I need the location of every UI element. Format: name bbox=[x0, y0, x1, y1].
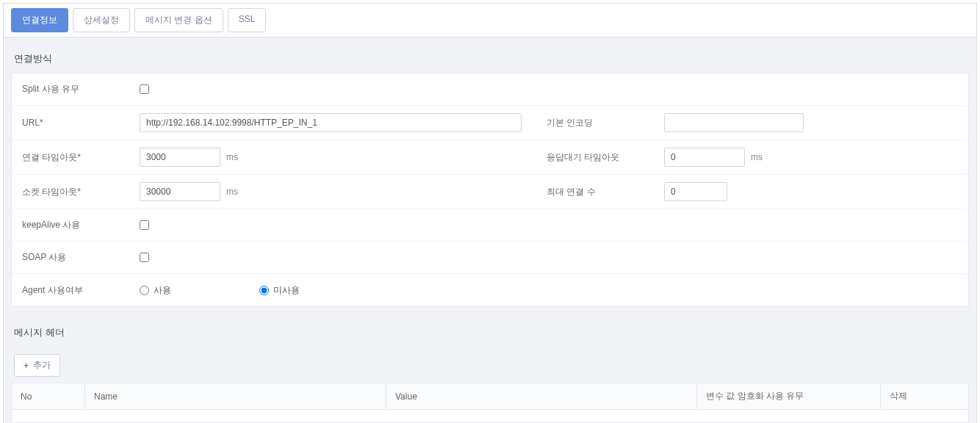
add-button[interactable]: + 추가 bbox=[14, 354, 60, 377]
conn-timeout-input[interactable] bbox=[140, 148, 220, 167]
tab-ssl[interactable]: SSL bbox=[228, 8, 267, 32]
message-header-section: 메시지 헤더 + 추가 No Name Value 변수 값 암호화 사용 유무… bbox=[4, 311, 976, 423]
encoding-label: 기본 인코딩 bbox=[547, 117, 664, 129]
keepalive-label: keepAlive 사용 bbox=[22, 219, 140, 231]
col-encrypt: 변수 값 암호화 사용 유무 bbox=[697, 383, 881, 410]
agent-nouse-radio[interactable] bbox=[259, 286, 269, 295]
resp-timeout-label: 응답대기 타임아웃 bbox=[547, 151, 664, 164]
socket-timeout-input[interactable] bbox=[140, 182, 220, 201]
config-panel: 연결정보 상세설정 메시지 변경 옵션 SSL 연결방식 Split 사용 유무… bbox=[3, 3, 977, 423]
agent-nouse-label: 미사용 bbox=[273, 284, 300, 297]
connection-form: Split 사용 유무 URL* 기본 인코딩 bbox=[11, 73, 969, 307]
table-header-row: No Name Value 변수 값 암호화 사용 유무 삭제 bbox=[12, 383, 969, 410]
col-value: Value bbox=[386, 383, 697, 410]
encoding-input[interactable] bbox=[664, 113, 804, 132]
conn-timeout-label: 연결 타임아웃* bbox=[22, 151, 140, 164]
tab-detail-settings[interactable]: 상세설정 bbox=[73, 8, 130, 32]
header-table: No Name Value 변수 값 암호화 사용 유무 삭제 bbox=[11, 383, 969, 423]
agent-use-radio[interactable] bbox=[140, 286, 149, 295]
col-name: Name bbox=[85, 383, 386, 410]
split-checkbox[interactable] bbox=[140, 84, 149, 94]
soap-checkbox[interactable] bbox=[140, 253, 149, 262]
tab-connection-info[interactable]: 연결정보 bbox=[11, 8, 68, 32]
col-delete: 삭제 bbox=[881, 383, 969, 410]
ms-unit: ms bbox=[226, 152, 238, 162]
ms-unit: ms bbox=[226, 187, 238, 197]
url-input[interactable] bbox=[140, 113, 522, 132]
col-no: No bbox=[12, 383, 85, 410]
connection-method-section: 연결방식 Split 사용 유무 URL* 기본 인코 bbox=[4, 37, 976, 311]
keepalive-checkbox[interactable] bbox=[140, 220, 149, 230]
section-title-connection: 연결방식 bbox=[11, 48, 969, 73]
plus-icon: + bbox=[24, 361, 29, 371]
tab-message-change-options[interactable]: 메시지 변경 옵션 bbox=[134, 8, 223, 32]
resp-timeout-input[interactable] bbox=[664, 148, 745, 167]
socket-timeout-label: 소켓 타임아웃* bbox=[22, 186, 140, 198]
soap-label: SOAP 사용 bbox=[22, 251, 140, 264]
tab-bar: 연결정보 상세설정 메시지 변경 옵션 SSL bbox=[4, 4, 976, 37]
split-label: Split 사용 유무 bbox=[22, 83, 140, 95]
table-empty bbox=[12, 410, 969, 423]
add-button-label: 추가 bbox=[33, 359, 51, 372]
max-conn-input[interactable] bbox=[664, 182, 727, 201]
section-title-header: 메시지 헤더 bbox=[11, 322, 969, 347]
ms-unit: ms bbox=[751, 152, 763, 162]
agent-label: Agent 사용여부 bbox=[22, 284, 140, 297]
agent-use-label: 사용 bbox=[154, 284, 171, 297]
max-conn-label: 최대 연결 수 bbox=[547, 186, 664, 198]
url-label: URL* bbox=[22, 118, 140, 128]
